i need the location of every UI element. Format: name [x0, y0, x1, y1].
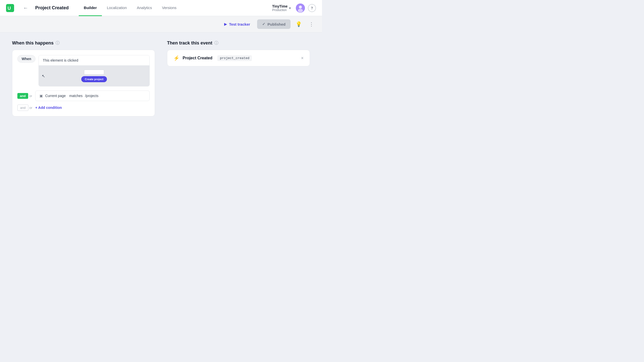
event-card: ⚡ Project Created project_created × — [167, 50, 310, 66]
svg-point-3 — [299, 6, 302, 9]
back-button[interactable]: ← — [22, 4, 29, 12]
and-or-disabled-group: and or — [17, 105, 32, 111]
test-tracker-button[interactable]: ▶ Test tracker — [220, 20, 254, 28]
chevron-down-icon: ▾ — [289, 6, 291, 10]
toolbar: ▶ Test tracker ✓ Published 💡 ⋮ — [0, 16, 322, 32]
or-text[interactable]: or — [29, 94, 32, 98]
when-badge: When — [17, 55, 35, 63]
then-panel: Then track this event ⓘ ⚡ Project Create… — [167, 40, 310, 116]
main-content: When this happens ⓘ When This element is… — [0, 32, 322, 124]
condition-row: and or ▣ Current page matches /projects — [17, 90, 150, 101]
when-panel: When this happens ⓘ When This element is… — [12, 40, 155, 116]
tab-versions[interactable]: Versions — [157, 0, 182, 16]
when-info-icon[interactable]: ⓘ — [56, 40, 60, 46]
avatar[interactable] — [296, 4, 305, 13]
published-label: Published — [267, 22, 286, 26]
tab-analytics[interactable]: Analytics — [132, 0, 157, 16]
close-event-button[interactable]: × — [301, 56, 304, 61]
add-condition-button[interactable]: + Add condition — [35, 104, 62, 111]
back-arrow-icon: ← — [23, 5, 28, 11]
tab-localization[interactable]: Localization — [102, 0, 132, 16]
check-icon: ✓ — [262, 22, 265, 26]
when-panel-header: When this happens ⓘ — [12, 40, 155, 46]
workspace-info: TinyTime Production — [272, 4, 288, 12]
more-options-button[interactable]: ⋮ — [307, 19, 316, 29]
event-name: Project Created — [183, 56, 212, 60]
svg-point-4 — [298, 9, 303, 12]
cursor-icon: ↖ — [42, 74, 45, 78]
avatar-image — [296, 4, 305, 13]
bolt-icon: ⚡ — [173, 55, 180, 61]
or-disabled-text: or — [29, 106, 32, 110]
header: U ← Project Created Builder Localization… — [0, 0, 322, 16]
and-disabled-badge: and — [17, 105, 28, 111]
trigger-preview: ↖ Create project — [39, 66, 149, 86]
add-condition-row: and or + Add condition — [17, 104, 150, 111]
when-condition-card: When This element is clicked ↖ Create pr… — [12, 50, 155, 116]
test-tracker-label: Test tracker — [229, 22, 250, 26]
mock-create-project-btn: Create project — [81, 76, 107, 82]
workspace-env: Production — [272, 8, 288, 12]
and-badge[interactable]: and — [17, 93, 28, 99]
more-icon: ⋮ — [309, 21, 314, 27]
when-panel-title: When this happens — [12, 40, 54, 46]
event-code: project_created — [217, 55, 252, 61]
logo: U — [6, 4, 14, 12]
nav-tabs: Builder Localization Analytics Versions — [79, 0, 181, 16]
bulb-button[interactable]: 💡 — [294, 19, 304, 29]
svg-text:U: U — [8, 6, 11, 11]
page-icon: ▣ — [39, 94, 43, 98]
and-or-group: and or — [17, 93, 32, 99]
userflow-logo-icon: U — [6, 4, 14, 12]
trigger-box[interactable]: This element is clicked ↖ Create project — [38, 55, 150, 86]
condition-text-matches: matches — [68, 94, 83, 98]
play-icon: ▶ — [224, 22, 227, 26]
mock-input — [84, 70, 104, 75]
help-button[interactable]: ? — [308, 4, 316, 12]
condition-text-path: /projects — [85, 94, 98, 98]
then-info-icon[interactable]: ⓘ — [214, 40, 218, 46]
project-title: Project Created — [35, 5, 69, 11]
workspace-name: TinyTime — [272, 4, 288, 8]
trigger-row: When This element is clicked ↖ Create pr… — [17, 55, 150, 86]
header-right: TinyTime Production ▾ ? — [270, 3, 316, 13]
trigger-box-header: This element is clicked — [39, 55, 149, 66]
then-panel-header: Then track this event ⓘ — [167, 40, 310, 46]
condition-text-current: Current page — [45, 94, 66, 98]
published-button[interactable]: ✓ Published — [257, 19, 291, 29]
bulb-icon: 💡 — [296, 21, 302, 27]
condition-box[interactable]: ▣ Current page matches /projects — [35, 90, 150, 101]
workspace-selector[interactable]: TinyTime Production ▾ — [270, 3, 293, 13]
then-panel-title: Then track this event — [167, 40, 212, 46]
tab-builder[interactable]: Builder — [79, 0, 102, 16]
